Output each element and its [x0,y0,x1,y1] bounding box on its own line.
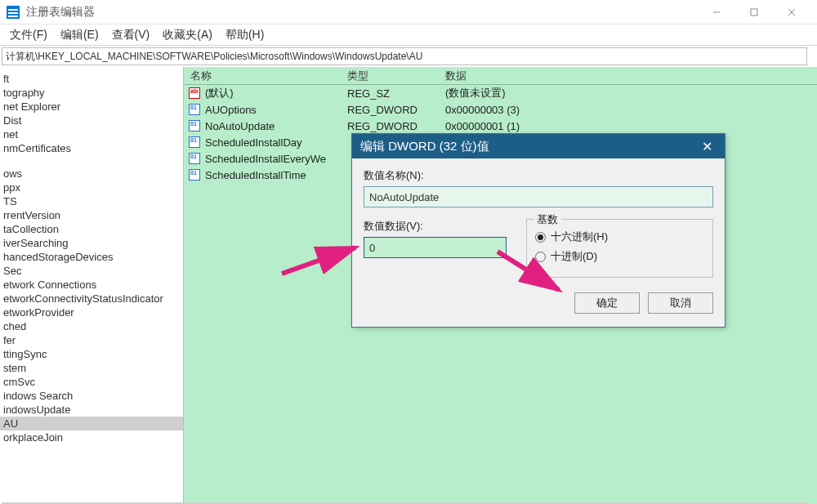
value-data-input[interactable] [364,237,507,258]
value-name: NoAutoUpdate [205,120,275,132]
tree-item[interactable]: etworkProvider [0,306,183,319]
dword-value-icon [189,153,200,164]
annotation-arrow-left [278,241,368,282]
tree-item[interactable]: fer [0,333,183,347]
radio-hex-label: 十六进制(H) [551,230,608,244]
value-row[interactable]: (默认)REG_SZ(数值未设置) [184,85,817,101]
tree-item[interactable]: taCollection [0,222,183,236]
column-header-data[interactable]: 数据 [445,69,817,83]
svg-rect-1 [751,9,757,16]
svg-line-4 [282,248,355,274]
tree-item[interactable]: rrentVersion [0,208,183,222]
value-name: ScheduledInstallTime [205,169,306,181]
tree-item[interactable]: indowsUpdate [0,403,183,417]
svg-line-5 [498,252,559,290]
string-value-icon [189,87,200,99]
window-title: 注册表编辑器 [26,5,698,20]
dword-value-icon [189,136,200,148]
tree-item[interactable]: etwork Connections [0,278,183,292]
tree-item[interactable]: Sec [0,264,183,278]
tree-item[interactable]: etworkConnectivityStatusIndicator [0,292,183,306]
tree-item[interactable]: indows Search [0,389,183,403]
titlebar: 注册表编辑器 [0,0,817,25]
tree-item[interactable]: TS [0,194,183,208]
dialog-titlebar[interactable]: 编辑 DWORD (32 位)值 ✕ [352,134,725,158]
value-name: (默认) [205,86,234,100]
tree-item[interactable]: cmSvc [0,375,183,389]
dword-value-icon [189,169,200,181]
value-data: 0x00000001 (1) [445,120,817,132]
cancel-button[interactable]: 取消 [648,292,713,314]
value-data: (数值未设置) [445,86,817,100]
address-bar[interactable]: 计算机\HKEY_LOCAL_MACHINE\SOFTWARE\Policies… [2,47,807,65]
value-data: 0x00000003 (3) [445,104,817,116]
maximize-button[interactable] [735,1,773,24]
menu-favorites[interactable]: 收藏夹(A) [156,25,219,45]
regedit-app-icon [7,6,20,19]
tree-item[interactable]: ft [0,72,183,86]
tree-item[interactable]: ched [0,319,183,333]
value-name: ScheduledInstallDay [205,136,302,149]
tree-item[interactable]: ttingSync [0,347,183,361]
dword-value-icon [189,120,200,132]
value-name-label: 数值名称(N): [364,168,713,183]
value-name-input[interactable] [364,186,713,207]
tree-item[interactable]: net Explorer [0,100,183,114]
tree-item[interactable]: iverSearching [0,236,183,250]
menubar: 文件(F) 编辑(E) 查看(V) 收藏夹(A) 帮助(H) [0,25,817,46]
value-name: AUOptions [205,104,257,116]
value-list-header: 名称 类型 数据 [184,67,817,85]
value-row[interactable]: AUOptionsREG_DWORD0x00000003 (3) [184,101,817,118]
tree-item[interactable]: nmCertificates [0,141,183,155]
radio-hex-row[interactable]: 十六进制(H) [535,230,704,244]
menu-view[interactable]: 查看(V) [105,25,157,45]
dword-value-icon [189,104,200,115]
dialog-title: 编辑 DWORD (32 位)值 [360,139,489,154]
tree-item[interactable]: ppx [0,181,183,194]
tree-item[interactable]: hancedStorageDevices [0,250,183,264]
value-type: REG_SZ [347,87,445,100]
tree-item[interactable]: AU [0,417,183,430]
annotation-arrow-right [493,245,575,302]
tree-item[interactable]: tography [0,86,183,100]
value-data-label: 数值数据(V): [364,219,507,234]
tree-item[interactable]: orkplaceJoin [0,430,183,444]
tree-item[interactable]: Dist [0,114,183,127]
tree-item[interactable]: net [0,127,183,141]
menu-file[interactable]: 文件(F) [3,25,54,45]
value-name: ScheduledInstallEveryWe [205,153,326,165]
column-header-name[interactable]: 名称 [184,69,347,83]
menu-help[interactable]: 帮助(H) [219,25,270,45]
base-legend: 基数 [534,212,561,227]
column-header-type[interactable]: 类型 [347,69,445,83]
minimize-button[interactable] [698,1,735,24]
value-type: REG_DWORD [347,104,445,116]
ok-button[interactable]: 确定 [574,292,640,314]
dialog-close-button[interactable]: ✕ [697,139,717,154]
value-row[interactable]: NoAutoUpdateREG_DWORD0x00000001 (1) [184,118,817,134]
tree-item[interactable]: stem [0,361,183,375]
menu-edit[interactable]: 编辑(E) [54,25,105,45]
close-button[interactable] [773,1,810,24]
key-tree[interactable]: fttographynet ExplorerDistnetnmCertifica… [0,67,184,504]
radio-hex[interactable] [535,232,546,243]
tree-item[interactable]: ows [0,167,183,181]
value-type: REG_DWORD [347,120,445,132]
